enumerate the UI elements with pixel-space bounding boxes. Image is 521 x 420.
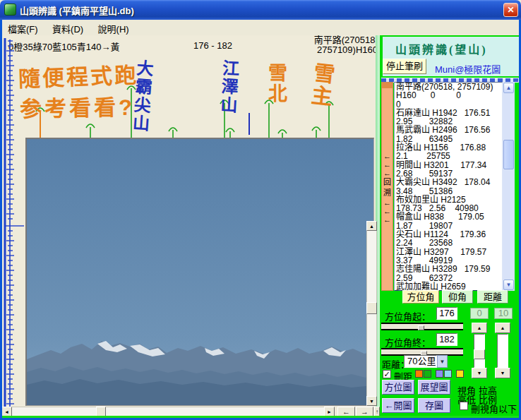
scale-up-button[interactable]: ▲ bbox=[495, 323, 510, 333]
dropdown-icon: ▼ bbox=[440, 359, 445, 365]
list-scroll-up-button[interactable]: ▲ bbox=[503, 83, 514, 93]
list-item[interactable]: 帽盒山 H838 179.05 bbox=[395, 212, 502, 221]
scroll-down-icon: ▼ bbox=[369, 399, 374, 404]
tab-elevation[interactable]: 仰角 bbox=[442, 290, 473, 304]
pan-right-icon: → bbox=[361, 407, 369, 416]
list-scroll-thumb[interactable] bbox=[503, 140, 514, 169]
azimuth-start-label: 方位角起： bbox=[385, 309, 431, 323]
list-item[interactable]: 馬武霸山 H2496 176.56 bbox=[395, 126, 502, 134]
photo-frame bbox=[25, 138, 374, 406]
handwriting-orange-line2: 参考看看? bbox=[20, 90, 136, 124]
credit-text: Muni@極限花園 bbox=[435, 62, 501, 76]
scroll-down-icon: ▼ bbox=[506, 282, 512, 288]
marker-arrow: ← bbox=[381, 160, 393, 169]
canvas-scroll-down-button[interactable]: ▼ bbox=[366, 396, 377, 406]
list-scroll-down-button[interactable]: ▼ bbox=[503, 280, 514, 290]
list-item[interactable]: H160 0 0 bbox=[395, 91, 502, 100]
list-item[interactable]: 2.59 62372 bbox=[395, 274, 502, 282]
del-below-checkbox[interactable] bbox=[460, 402, 468, 410]
app-window: 山頭辨識 (平鎮南平望山.db) ✕ 檔案(F) 資料(D) 說明(H) 0橙3… bbox=[0, 0, 521, 420]
distance-select[interactable]: 70公里 bbox=[404, 355, 437, 368]
marker-arrow: ← bbox=[381, 169, 393, 177]
open-image-button[interactable]: ←開圖 bbox=[382, 398, 414, 413]
marker-arrow: ← bbox=[381, 215, 393, 224]
corner-up-icon: ↑ bbox=[376, 409, 378, 415]
app-icon bbox=[4, 4, 16, 16]
mountain-photo bbox=[27, 139, 373, 405]
list-item[interactable]: 2.24 23568 bbox=[395, 239, 502, 247]
window-title: 山頭辨識 (平鎮南平望山.db) bbox=[20, 4, 134, 17]
marker-column[interactable] bbox=[381, 82, 393, 291]
view-angle-thumb[interactable] bbox=[474, 349, 485, 359]
spin-up-icon: ▲ bbox=[477, 325, 482, 330]
azimuth-map-button[interactable]: 方位圖 bbox=[382, 380, 414, 395]
azimuth-start-slider[interactable] bbox=[381, 323, 463, 330]
handwriting-xuebei: 雪北 bbox=[263, 63, 290, 112]
spin-down-icon: ▼ bbox=[477, 371, 482, 376]
scale-value-field: 10 bbox=[494, 308, 513, 319]
tab-distance[interactable]: 距離 bbox=[477, 290, 508, 304]
marker-arrow: ← bbox=[381, 152, 393, 160]
menu-file[interactable]: 檔案(F) bbox=[2, 20, 44, 35]
list-item[interactable]: 志佳陽山 H3289 179.59 bbox=[395, 265, 502, 273]
view-angle-up-button[interactable]: ▲ bbox=[472, 323, 487, 333]
handwriting-jiangzeshan: 江澤山 bbox=[215, 59, 242, 121]
canvas-vscroll-thumb[interactable] bbox=[366, 302, 377, 314]
color-swatch-purple[interactable] bbox=[436, 370, 443, 378]
del-dist-checkbox[interactable]: ✓ bbox=[383, 370, 391, 378]
azimuth-start-field[interactable]: 176 bbox=[436, 307, 457, 320]
scale-track[interactable] bbox=[497, 334, 508, 368]
title-bar: 山頭辨識 (平鎮南平望山.db) ✕ bbox=[0, 0, 521, 20]
marker-column-thumb bbox=[382, 83, 393, 88]
handwriting-xuezhu: 雪主 bbox=[302, 61, 339, 119]
list-item[interactable]: 3.48 51386 bbox=[395, 187, 502, 196]
color-swatch-cyan[interactable] bbox=[444, 370, 452, 378]
color-swatch-green[interactable] bbox=[424, 370, 431, 378]
tab-azimuth[interactable]: 方位角 bbox=[402, 290, 439, 304]
window-border-left bbox=[0, 20, 2, 420]
list-item[interactable]: 大霸尖山 H3492 178.04 bbox=[395, 178, 502, 186]
color-swatch-orange[interactable] bbox=[415, 370, 423, 378]
menu-bar: 檔案(F) 資料(D) 說明(H) bbox=[2, 20, 519, 35]
distance-dropdown-button[interactable]: ▼ bbox=[437, 355, 448, 368]
panel-title: 山頭辨識(望山) bbox=[395, 40, 517, 57]
menu-help[interactable]: 說明(H) bbox=[92, 20, 135, 35]
scroll-up-icon: ▲ bbox=[506, 85, 512, 91]
close-button[interactable]: ✕ bbox=[503, 3, 518, 17]
color-swatch-yellow[interactable] bbox=[456, 370, 464, 378]
save-image-button[interactable]: 存圖 bbox=[418, 398, 450, 413]
stop-brush-button[interactable]: 停止筆刷 bbox=[383, 59, 426, 74]
list-scrollbar[interactable] bbox=[503, 82, 515, 291]
marker-backtrack-char2: 溯 bbox=[381, 188, 393, 197]
check-icon: ✓ bbox=[383, 370, 390, 378]
slider-thumb[interactable] bbox=[418, 325, 424, 330]
view-angle-down-button[interactable]: ▼ bbox=[472, 368, 487, 378]
close-icon: ✕ bbox=[507, 5, 514, 15]
marker-arrow: ← bbox=[381, 198, 393, 207]
scroll-right-icon: ► bbox=[327, 409, 332, 414]
scroll-up-icon: ▲ bbox=[369, 224, 374, 229]
marker-backtrack-char1: 回 bbox=[381, 178, 393, 186]
menu-data[interactable]: 資料(D) bbox=[47, 20, 89, 35]
mountain-list[interactable]: 南平路(270518, 2757109) H160 0 0 0 石麻達山 H19… bbox=[394, 82, 503, 291]
handwriting-orange-line1: 隨便程式跑 bbox=[18, 57, 138, 93]
scroll-left-icon: ◄ bbox=[4, 409, 9, 414]
azimuth-end-label: 方位角終： bbox=[385, 335, 431, 349]
azimuth-end-field[interactable]: 182 bbox=[436, 333, 457, 346]
del-below-label: 刪視角以下 bbox=[471, 402, 517, 415]
spin-down-icon: ▼ bbox=[501, 371, 505, 376]
marker-arrow: ← bbox=[381, 207, 393, 215]
panorama-button[interactable]: 展望圖 bbox=[418, 380, 450, 395]
spin-up-icon: ▲ bbox=[501, 325, 505, 330]
scale-down-button[interactable]: ▼ bbox=[495, 368, 510, 378]
pan-left-icon: ← bbox=[342, 407, 350, 416]
canvas-scroll-up-button[interactable]: ▲ bbox=[366, 221, 377, 231]
view-angle-value-field: 0 bbox=[470, 308, 489, 319]
list-item[interactable]: 2.1 25755 bbox=[395, 152, 502, 160]
